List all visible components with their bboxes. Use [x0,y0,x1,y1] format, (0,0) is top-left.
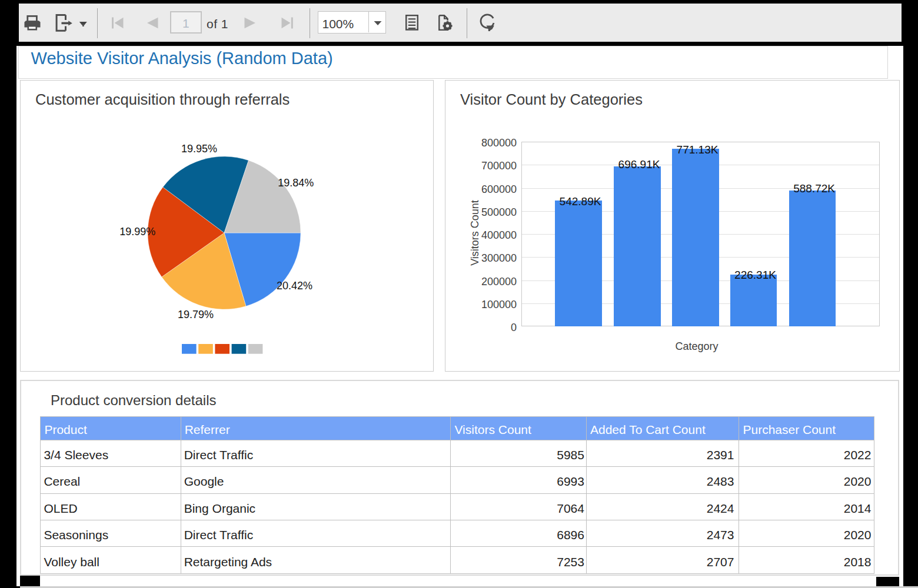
svg-text:19.79%: 19.79% [178,309,214,320]
svg-text:20.42%: 20.42% [277,280,312,292]
svg-text:19.99%: 19.99% [119,226,155,238]
svg-text:19.95%: 19.95% [181,143,217,155]
svg-text:19.84%: 19.84% [278,177,314,189]
